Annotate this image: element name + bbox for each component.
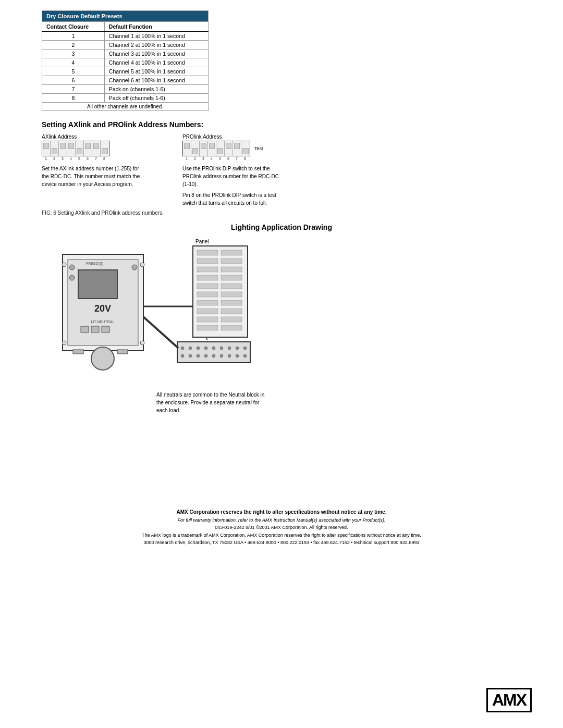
dip-pin-up — [77, 148, 82, 154]
svg-point-59 — [62, 341, 66, 345]
dip-pin-number: 8 — [241, 157, 249, 161]
contact-cell: 1 — [42, 32, 105, 41]
dip-pin — [59, 141, 67, 156]
svg-point-60 — [140, 341, 144, 345]
dip-pin — [233, 141, 241, 156]
svg-rect-21 — [197, 267, 218, 272]
svg-text:LIT    NEUTRAL: LIT NEUTRAL — [91, 320, 115, 324]
svg-rect-32 — [221, 309, 242, 314]
dip-pin — [208, 141, 216, 156]
function-cell: Channel 2 at 100% in 1 second — [104, 41, 208, 50]
contact-cell: 3 — [42, 50, 105, 58]
axlink-label: AXlink Address — [42, 134, 162, 140]
axlink-desc: Set the AXlink address number (1-255) fo… — [42, 165, 146, 188]
dip-pin — [67, 141, 76, 156]
dip-pin-number: 5 — [75, 157, 83, 161]
footer-line3: 043-019-2242 8/01 ©2001 AMX Corporation.… — [42, 524, 521, 531]
dip-pin-number: 1 — [182, 157, 191, 161]
dip-pin-number: 6 — [224, 157, 232, 161]
svg-text:FREED(S): FREED(S) — [86, 262, 103, 266]
svg-rect-31 — [197, 309, 218, 314]
contact-cell: 6 — [42, 76, 105, 85]
lighting-drawing: Panel 20V LIT NEUTRAL — [57, 239, 521, 386]
dry-closure-table: Dry Closure Default Presets Contact Clos… — [42, 10, 209, 111]
function-cell: Channel 5 at 100% in 1 second — [104, 67, 208, 76]
table-footer-row: All other channels are undefined. — [42, 103, 209, 111]
svg-rect-10 — [102, 326, 109, 332]
svg-point-46 — [243, 347, 247, 350]
table-row: 4Channel 4 at 100% in 1 second — [42, 58, 209, 67]
svg-point-55 — [243, 354, 247, 357]
svg-rect-27 — [197, 292, 218, 297]
svg-point-48 — [189, 354, 192, 357]
function-cell: Channel 3 at 100% in 1 second — [104, 50, 208, 58]
svg-rect-18 — [221, 250, 242, 255]
dip-pin-up — [242, 148, 249, 154]
table-footer-cell: All other channels are undefined. — [42, 103, 209, 111]
contact-cell: 2 — [42, 41, 105, 50]
axlink-dip-switch — [42, 141, 162, 156]
svg-point-54 — [236, 354, 239, 357]
function-cell: Channel 1 at 100% in 1 second — [104, 32, 208, 41]
svg-rect-30 — [221, 300, 242, 305]
dip-pin-number: 6 — [83, 157, 92, 161]
svg-rect-5 — [78, 270, 117, 299]
svg-rect-19 — [197, 258, 218, 264]
dip-pin — [241, 141, 250, 156]
svg-rect-12 — [73, 350, 83, 354]
svg-point-58 — [140, 263, 144, 267]
amx-logo-text: AMX — [486, 688, 532, 712]
svg-rect-23 — [197, 275, 218, 280]
svg-point-2 — [69, 265, 75, 270]
dip-pin — [216, 141, 225, 156]
neutral-text: All neutrals are common to the Neutral b… — [156, 391, 271, 414]
test-label: Test — [254, 146, 263, 151]
contact-cell: 4 — [42, 58, 105, 67]
function-cell: Channel 4 at 100% in 1 second — [104, 58, 208, 67]
dip-pin-up — [184, 143, 190, 149]
svg-rect-13 — [117, 350, 128, 354]
dip-pin-up — [234, 143, 240, 149]
footer-line5: 3000 research drive, richardson, TX 7508… — [42, 539, 521, 546]
dip-pin-up — [85, 143, 91, 149]
dip-pin — [76, 141, 84, 156]
footer-line2: For full warranty information, refer to … — [42, 516, 521, 524]
svg-rect-26 — [221, 283, 242, 289]
dip-pin-number: 7 — [232, 157, 241, 161]
dip-pin — [200, 141, 208, 156]
dip-pin — [84, 141, 92, 156]
svg-point-11 — [91, 347, 114, 370]
svg-rect-8 — [81, 326, 89, 332]
dip-pin-number: 8 — [100, 157, 108, 161]
dip-pin-up — [201, 143, 206, 149]
table-row: 2Channel 2 at 100% in 1 second — [42, 41, 209, 50]
svg-point-42 — [212, 347, 215, 350]
svg-point-50 — [204, 354, 207, 357]
dip-pin-up — [217, 148, 223, 154]
lighting-section: Lighting Application Drawing — [42, 223, 521, 231]
table-row: 1Channel 1 at 100% in 1 second — [42, 32, 209, 41]
dip-pin-up — [209, 143, 215, 149]
dip-pin-number: 2 — [191, 157, 199, 161]
svg-rect-34 — [221, 317, 242, 322]
col1-header: Contact Closure — [42, 22, 105, 32]
svg-rect-36 — [221, 325, 242, 330]
svg-rect-22 — [221, 267, 242, 272]
lighting-heading: Lighting Application Drawing — [42, 223, 521, 231]
panel-label: Panel — [195, 239, 209, 244]
svg-point-47 — [181, 354, 184, 357]
dip-pin-number: 2 — [50, 157, 58, 161]
svg-point-3 — [69, 275, 75, 280]
svg-point-45 — [236, 347, 239, 350]
dip-pin — [191, 141, 200, 156]
svg-text:20V: 20V — [94, 303, 111, 314]
dip-pin — [92, 141, 101, 156]
dip-pin-number: 5 — [216, 157, 224, 161]
dip-pin-number: 1 — [42, 157, 50, 161]
svg-point-51 — [212, 354, 215, 357]
dip-pin-up — [192, 148, 198, 154]
contact-cell: 7 — [42, 85, 105, 94]
svg-rect-25 — [197, 283, 218, 289]
table-row: 6Channel 6 at 100% in 1 second — [42, 76, 209, 85]
svg-rect-24 — [221, 275, 242, 280]
